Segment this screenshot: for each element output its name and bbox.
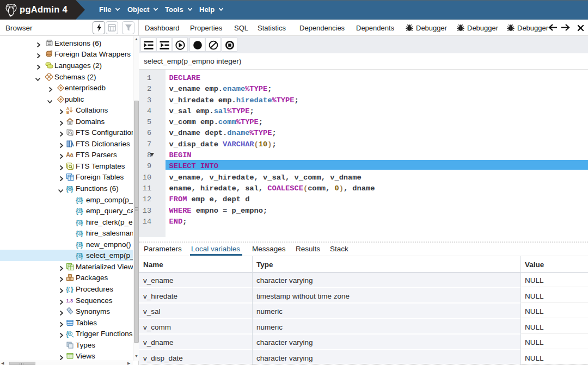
svg-text:1.3: 1.3 [66,298,74,304]
svg-text:A: A [66,107,69,110]
svg-text:Aa: Aa [66,152,74,158]
svg-text:B: B [66,110,69,114]
svg-text:( ): ( ) [68,287,73,292]
